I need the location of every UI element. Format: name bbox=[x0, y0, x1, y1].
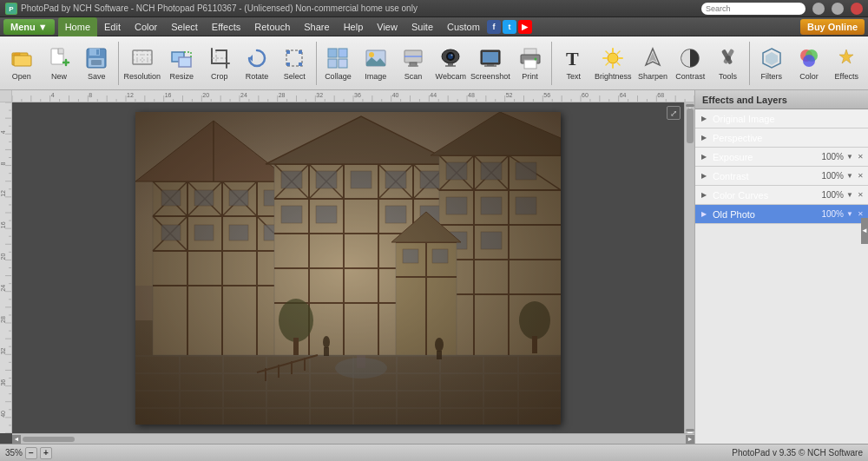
toolbar-screenshot[interactable]: Screenshot bbox=[470, 39, 510, 88]
menu-help[interactable]: Help bbox=[337, 17, 371, 36]
svg-text:8: 8 bbox=[0, 162, 6, 166]
toolbar-resolution[interactable]: Resolution bbox=[122, 39, 162, 88]
svg-text:28: 28 bbox=[0, 316, 6, 323]
search-input[interactable] bbox=[706, 4, 801, 13]
layer-old-photo[interactable]: ▶ Old Photo 100% ▼ ✕ bbox=[695, 205, 868, 224]
svg-line-66 bbox=[617, 51, 620, 54]
svg-line-67 bbox=[606, 63, 608, 65]
layer-original-image[interactable]: ▶ Original Image bbox=[695, 109, 868, 128]
zoom-plus-button[interactable]: + bbox=[40, 447, 52, 459]
close-button[interactable] bbox=[851, 3, 863, 15]
toolbar-sharpen[interactable]: Sharpen bbox=[635, 39, 670, 88]
menu-color[interactable]: Color bbox=[128, 17, 164, 36]
menu-custom[interactable]: Custom bbox=[440, 17, 487, 36]
layer-dropdown-btn[interactable]: ▼ bbox=[845, 191, 854, 199]
toolbar-image[interactable]: Image bbox=[358, 39, 393, 88]
toolbar-scan-label: Scan bbox=[404, 72, 423, 81]
svg-text:40: 40 bbox=[392, 92, 399, 98]
scroll-left-arrow[interactable]: ◄ bbox=[12, 435, 21, 444]
minimize-button[interactable] bbox=[812, 3, 825, 15]
toolbar-filters[interactable]: Filters bbox=[753, 39, 789, 88]
menu-share[interactable]: Share bbox=[297, 17, 336, 36]
toolbar-resize-label: Resize bbox=[170, 72, 194, 81]
svg-text:36: 36 bbox=[0, 379, 6, 386]
svg-rect-30 bbox=[286, 50, 290, 54]
menu-retouch[interactable]: Retouch bbox=[247, 17, 297, 36]
svg-line-64 bbox=[606, 51, 608, 54]
toolbar-print[interactable]: Print bbox=[512, 39, 548, 88]
scroll-right-arrow[interactable]: ► bbox=[686, 435, 694, 444]
buy-online-button[interactable]: Buy Online bbox=[800, 19, 865, 35]
toolbar-tools[interactable]: Tools bbox=[710, 39, 746, 88]
open-icon bbox=[10, 46, 34, 70]
menu-home[interactable]: Home bbox=[58, 17, 97, 36]
menu-view[interactable]: View bbox=[370, 17, 404, 36]
menu-dropdown[interactable]: Menu ▼ bbox=[3, 19, 55, 35]
zoom-level: 35% bbox=[5, 448, 23, 458]
canvas-viewport[interactable]: ⤢ bbox=[12, 102, 684, 433]
toolbar-select[interactable]: Select bbox=[277, 39, 312, 88]
layer-close-btn[interactable]: ✕ bbox=[856, 191, 865, 199]
toolbar-resize[interactable]: Resize bbox=[164, 39, 200, 88]
zoom-minus-button[interactable]: − bbox=[25, 447, 37, 459]
h-scroll-thumb[interactable] bbox=[23, 437, 75, 442]
toolbar-text-label: Text bbox=[566, 72, 581, 81]
menu-select[interactable]: Select bbox=[164, 17, 205, 36]
layer-dropdown-btn[interactable]: ▼ bbox=[845, 172, 854, 180]
toolbar-divider-1 bbox=[118, 42, 119, 85]
toolbar-crop[interactable]: Crop bbox=[201, 39, 237, 88]
toolbar-collage-label: Collage bbox=[325, 72, 352, 81]
search-box[interactable] bbox=[701, 3, 806, 15]
twitter-icon[interactable]: t bbox=[503, 20, 516, 34]
menu-suite[interactable]: Suite bbox=[404, 17, 440, 36]
layer-close-btn[interactable]: ✕ bbox=[856, 172, 865, 180]
toolbar-rotate[interactable]: Rotate bbox=[239, 39, 274, 88]
toolbar-open[interactable]: Open bbox=[3, 39, 39, 88]
layer-dropdown-btn[interactable]: ▼ bbox=[845, 153, 854, 161]
layer-contrast[interactable]: ▶ Contrast 100% ▼ ✕ bbox=[695, 167, 868, 186]
fullscreen-button[interactable]: ⤢ bbox=[667, 106, 681, 120]
toolbar-divider-4 bbox=[749, 42, 750, 85]
toolbar-collage[interactable]: Collage bbox=[320, 39, 356, 88]
toolbar-scan[interactable]: Scan bbox=[395, 39, 431, 88]
horizontal-scrollbar[interactable]: ◄ ► bbox=[12, 433, 694, 444]
v-scroll-thumb[interactable] bbox=[687, 109, 694, 143]
window-title: PhotoPad by NCH Software - NCH Photopad … bbox=[21, 3, 418, 13]
layer-close-btn[interactable]: ✕ bbox=[856, 153, 865, 161]
toolbar-text[interactable]: T Text bbox=[556, 39, 591, 88]
canvas-with-rulers: 4812162024283236404448525660646872 48121… bbox=[0, 90, 694, 444]
svg-text:28: 28 bbox=[279, 92, 286, 98]
social-icons: f t ▶ bbox=[487, 20, 532, 34]
toolbar-new[interactable]: New bbox=[41, 39, 76, 88]
toolbar-divider-3 bbox=[551, 42, 552, 85]
toolbar-contrast[interactable]: Contrast bbox=[673, 39, 708, 88]
layer-expand-icon: ▶ bbox=[699, 209, 709, 220]
layer-color-curves[interactable]: ▶ Color Curves 100% ▼ ✕ bbox=[695, 186, 868, 205]
panel-toggle-button[interactable]: ◄ bbox=[861, 218, 868, 244]
toolbar-webcam[interactable]: Webcam bbox=[433, 39, 469, 88]
scroll-down-arrow[interactable]: ▼ bbox=[686, 429, 694, 431]
svg-text:16: 16 bbox=[0, 221, 6, 228]
toolbar-color[interactable]: Color bbox=[791, 39, 826, 88]
layer-expand-icon: ▶ bbox=[699, 171, 709, 181]
version-text: PhotoPad v 9.35 © NCH Software bbox=[732, 448, 863, 458]
svg-rect-3 bbox=[14, 56, 31, 66]
menu-effects[interactable]: Effects bbox=[205, 17, 247, 36]
svg-text:20: 20 bbox=[0, 254, 6, 260]
maximize-button[interactable] bbox=[832, 3, 844, 15]
youtube-icon[interactable]: ▶ bbox=[518, 20, 532, 34]
toolbar-save[interactable]: Save bbox=[79, 39, 115, 88]
photo-canvas bbox=[135, 112, 561, 425]
toolbar-sharpen-label: Sharpen bbox=[638, 72, 667, 81]
vertical-scrollbar[interactable]: ▲ ▼ bbox=[684, 102, 694, 433]
toolbar-brightness[interactable]: Brightness bbox=[593, 39, 633, 88]
menu-edit[interactable]: Edit bbox=[97, 17, 128, 36]
toolbar-print-label: Print bbox=[522, 72, 538, 81]
toolbar-effects[interactable]: Effects bbox=[829, 39, 865, 88]
svg-rect-34 bbox=[328, 49, 337, 57]
layer-perspective[interactable]: ▶ Perspective bbox=[695, 128, 868, 148]
layer-exposure[interactable]: ▶ Exposure 100% ▼ ✕ bbox=[695, 148, 868, 167]
layer-dropdown-btn[interactable]: ▼ bbox=[845, 210, 854, 218]
facebook-icon[interactable]: f bbox=[487, 20, 501, 34]
svg-rect-51 bbox=[483, 52, 498, 63]
